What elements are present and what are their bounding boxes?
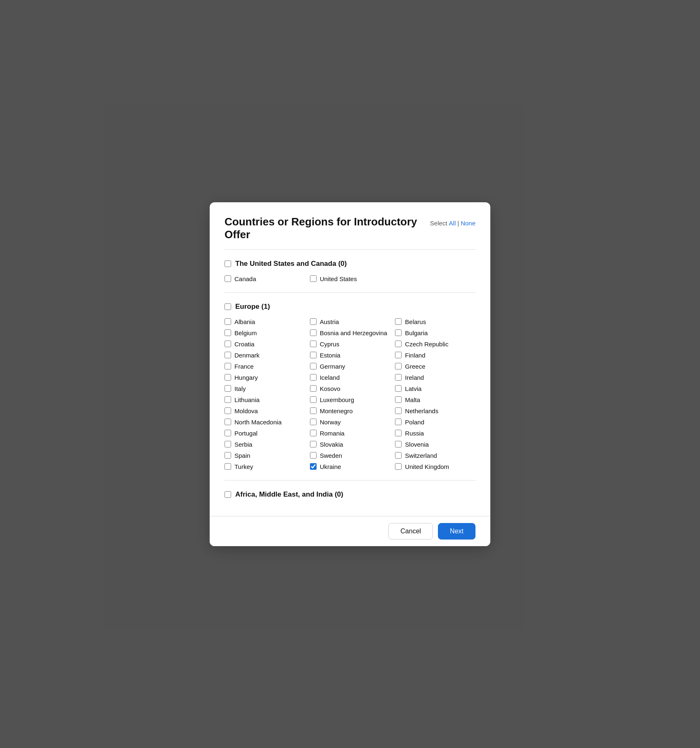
country-label-north-macedonia[interactable]: North Macedonia bbox=[234, 419, 281, 426]
country-checkbox-slovakia[interactable] bbox=[310, 441, 317, 447]
country-checkbox-ireland[interactable] bbox=[395, 374, 402, 381]
country-label-portugal[interactable]: Portugal bbox=[234, 430, 258, 437]
country-checkbox-ukraine[interactable] bbox=[310, 463, 317, 470]
country-label-greece[interactable]: Greece bbox=[405, 363, 425, 370]
country-checkbox-romania[interactable] bbox=[310, 430, 317, 436]
country-label-belarus[interactable]: Belarus bbox=[405, 318, 426, 325]
country-label-united-states[interactable]: United States bbox=[320, 275, 357, 282]
country-label-malta[interactable]: Malta bbox=[405, 396, 420, 403]
country-label-canada[interactable]: Canada bbox=[234, 275, 256, 282]
country-label-ukraine[interactable]: Ukraine bbox=[320, 463, 341, 470]
country-label-romania[interactable]: Romania bbox=[320, 430, 345, 437]
country-checkbox-croatia[interactable] bbox=[225, 341, 231, 347]
country-checkbox-germany[interactable] bbox=[310, 363, 317, 369]
country-checkbox-netherlands[interactable] bbox=[395, 407, 402, 414]
country-checkbox-belarus[interactable] bbox=[395, 318, 402, 325]
country-checkbox-latvia[interactable] bbox=[395, 385, 402, 392]
country-label-bosnia-and-herzegovina[interactable]: Bosnia and Herzegovina bbox=[320, 329, 387, 336]
country-label-czech-republic[interactable]: Czech Republic bbox=[405, 341, 448, 348]
country-checkbox-serbia[interactable] bbox=[225, 441, 231, 447]
country-checkbox-norway[interactable] bbox=[310, 419, 317, 425]
country-checkbox-poland[interactable] bbox=[395, 419, 402, 425]
country-checkbox-canada[interactable] bbox=[225, 275, 231, 282]
country-label-hungary[interactable]: Hungary bbox=[234, 374, 258, 381]
country-label-belgium[interactable]: Belgium bbox=[234, 329, 257, 336]
country-label-netherlands[interactable]: Netherlands bbox=[405, 407, 438, 414]
country-checkbox-france[interactable] bbox=[225, 363, 231, 369]
country-checkbox-russia[interactable] bbox=[395, 430, 402, 436]
country-label-sweden[interactable]: Sweden bbox=[320, 452, 342, 459]
country-label-denmark[interactable]: Denmark bbox=[234, 352, 260, 359]
country-label-slovenia[interactable]: Slovenia bbox=[405, 441, 429, 448]
country-label-france[interactable]: France bbox=[234, 363, 254, 370]
country-checkbox-iceland[interactable] bbox=[310, 374, 317, 381]
country-checkbox-estonia[interactable] bbox=[310, 352, 317, 358]
country-checkbox-sweden[interactable] bbox=[310, 452, 317, 459]
country-checkbox-north-macedonia[interactable] bbox=[225, 419, 231, 425]
country-checkbox-finland[interactable] bbox=[395, 352, 402, 358]
country-checkbox-czech-republic[interactable] bbox=[395, 341, 402, 347]
country-label-switzerland[interactable]: Switzerland bbox=[405, 452, 437, 459]
section-checkbox-europe[interactable] bbox=[225, 303, 231, 310]
country-label-spain[interactable]: Spain bbox=[234, 452, 250, 459]
country-checkbox-luxembourg[interactable] bbox=[310, 396, 317, 403]
list-item: Belarus bbox=[395, 318, 475, 325]
country-label-croatia[interactable]: Croatia bbox=[234, 341, 254, 348]
country-checkbox-albania[interactable] bbox=[225, 318, 231, 325]
country-checkbox-kosovo[interactable] bbox=[310, 385, 317, 392]
country-label-italy[interactable]: Italy bbox=[234, 385, 246, 392]
country-label-iceland[interactable]: Iceland bbox=[320, 374, 340, 381]
country-label-slovakia[interactable]: Slovakia bbox=[320, 441, 343, 448]
country-label-ireland[interactable]: Ireland bbox=[405, 374, 424, 381]
country-label-united-kingdom[interactable]: United Kingdom bbox=[405, 463, 449, 470]
country-label-germany[interactable]: Germany bbox=[320, 363, 345, 370]
country-checkbox-slovenia[interactable] bbox=[395, 441, 402, 447]
section-title-africa-middle-east-india: Africa, Middle East, and India (0) bbox=[235, 490, 343, 499]
country-label-turkey[interactable]: Turkey bbox=[234, 463, 253, 470]
country-checkbox-lithuania[interactable] bbox=[225, 396, 231, 403]
country-checkbox-moldova[interactable] bbox=[225, 407, 231, 414]
country-label-lithuania[interactable]: Lithuania bbox=[234, 396, 260, 403]
country-label-luxembourg[interactable]: Luxembourg bbox=[320, 396, 354, 403]
section-checkbox-us-canada[interactable] bbox=[225, 260, 231, 267]
country-checkbox-bosnia-and-herzegovina[interactable] bbox=[310, 329, 317, 336]
country-checkbox-united-kingdom[interactable] bbox=[395, 463, 402, 470]
country-label-cyprus[interactable]: Cyprus bbox=[320, 341, 340, 348]
country-checkbox-united-states[interactable] bbox=[310, 275, 317, 282]
list-item: Cyprus bbox=[310, 341, 390, 348]
country-label-poland[interactable]: Poland bbox=[405, 419, 424, 426]
country-label-moldova[interactable]: Moldova bbox=[234, 407, 258, 414]
country-label-norway[interactable]: Norway bbox=[320, 419, 341, 426]
section-checkbox-africa-middle-east-india[interactable] bbox=[225, 491, 231, 498]
country-checkbox-hungary[interactable] bbox=[225, 374, 231, 381]
country-label-montenegro[interactable]: Montenegro bbox=[320, 407, 353, 414]
select-label: Select bbox=[430, 220, 447, 227]
country-label-kosovo[interactable]: Kosovo bbox=[320, 385, 341, 392]
country-label-latvia[interactable]: Latvia bbox=[405, 385, 421, 392]
select-all-link[interactable]: All bbox=[449, 220, 456, 227]
country-checkbox-bulgaria[interactable] bbox=[395, 329, 402, 336]
country-checkbox-montenegro[interactable] bbox=[310, 407, 317, 414]
select-none-link[interactable]: None bbox=[461, 220, 475, 227]
country-checkbox-turkey[interactable] bbox=[225, 463, 231, 470]
cancel-button[interactable]: Cancel bbox=[388, 523, 433, 540]
country-label-austria[interactable]: Austria bbox=[320, 318, 339, 325]
country-label-albania[interactable]: Albania bbox=[234, 318, 255, 325]
country-label-bulgaria[interactable]: Bulgaria bbox=[405, 329, 428, 336]
country-checkbox-portugal[interactable] bbox=[225, 430, 231, 436]
country-checkbox-malta[interactable] bbox=[395, 396, 402, 403]
country-checkbox-belgium[interactable] bbox=[225, 329, 231, 336]
next-button[interactable]: Next bbox=[438, 523, 475, 540]
country-checkbox-denmark[interactable] bbox=[225, 352, 231, 358]
country-label-estonia[interactable]: Estonia bbox=[320, 352, 341, 359]
country-label-finland[interactable]: Finland bbox=[405, 352, 425, 359]
country-checkbox-switzerland[interactable] bbox=[395, 452, 402, 459]
country-label-serbia[interactable]: Serbia bbox=[234, 441, 252, 448]
country-label-russia[interactable]: Russia bbox=[405, 430, 424, 437]
country-checkbox-italy[interactable] bbox=[225, 385, 231, 392]
country-checkbox-greece[interactable] bbox=[395, 363, 402, 369]
country-checkbox-spain[interactable] bbox=[225, 452, 231, 459]
list-item: Greece bbox=[395, 363, 475, 370]
country-checkbox-austria[interactable] bbox=[310, 318, 317, 325]
country-checkbox-cyprus[interactable] bbox=[310, 341, 317, 347]
